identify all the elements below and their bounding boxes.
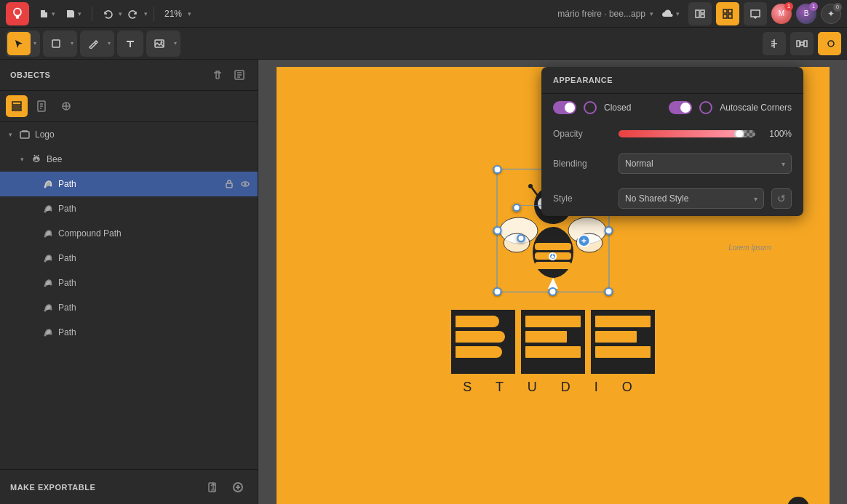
svg-rect-41 (211, 489, 216, 492)
svg-rect-60 (535, 252, 571, 260)
align-tool-btn[interactable] (763, 32, 786, 55)
pen-tool-arrow[interactable]: ▾ (106, 32, 113, 55)
tree-label-path5: Path (58, 303, 252, 313)
redo-btn[interactable] (124, 4, 143, 23)
svg-rect-59 (535, 243, 571, 250)
image-tool-btn[interactable] (148, 32, 171, 55)
presentation-btn[interactable] (744, 2, 767, 25)
avatar-star[interactable]: ✦ 0 (821, 4, 841, 24)
select-tool-btn[interactable] (7, 32, 31, 55)
svg-rect-12 (804, 41, 807, 47)
cloud-btn[interactable]: ▾ (658, 4, 684, 23)
svg-rect-15 (12, 102, 21, 105)
panel-header-actions (210, 67, 247, 83)
shape-tool-btn[interactable] (44, 32, 68, 55)
svg-point-39 (50, 333, 52, 335)
svg-rect-2 (701, 15, 704, 17)
user-chevron: ▾ (650, 10, 653, 17)
blending-chevron: ▾ (782, 160, 785, 168)
canvas-area[interactable]: Lorem Ipsum (258, 60, 847, 504)
svg-point-50 (576, 233, 603, 252)
svg-point-35 (50, 284, 52, 286)
delete-layer-btn[interactable] (210, 67, 226, 83)
svg-point-27 (244, 183, 247, 185)
tree-item-path4[interactable]: ▸ Path (0, 271, 258, 295)
svg-point-31 (50, 234, 52, 236)
svg-point-36 (44, 310, 47, 312)
opacity-slider[interactable] (619, 130, 755, 137)
closed-label: Closed (604, 103, 650, 113)
tree-item-path2[interactable]: ▸ Path (0, 196, 258, 221)
zoom-group: 21% ▾ (160, 9, 191, 19)
svg-point-28 (44, 211, 47, 213)
select-tool-arrow[interactable]: ▾ (31, 32, 39, 55)
opacity-label: Opacity (553, 129, 611, 139)
text-tool-group (117, 31, 143, 57)
closed-toggle[interactable] (553, 101, 576, 114)
avatar-user1[interactable]: M 1 (771, 4, 792, 24)
objects-list: ▾ Logo ▾ Bee ▸ Path (0, 122, 258, 469)
add-export-btn[interactable] (228, 478, 247, 497)
tree-item-path3[interactable]: ▸ Path (0, 246, 258, 271)
lorem-ipsum: Lorem Ipsum (728, 244, 771, 252)
svg-rect-4 (728, 9, 732, 13)
image-tool-arrow[interactable]: ▾ (172, 32, 179, 55)
save-btn[interactable]: ▾ (61, 4, 86, 23)
tree-label-path1: Path (58, 179, 218, 189)
autoscale-label: Autoscale Corners (720, 103, 792, 113)
tree-icon-logo (19, 129, 31, 140)
svg-rect-20 (20, 132, 29, 138)
select-tool-group: ▾ (6, 31, 40, 57)
tree-item-logo[interactable]: ▾ Logo (0, 122, 258, 147)
svg-point-34 (44, 285, 47, 287)
tree-label-path2: Path (58, 204, 252, 214)
undo-btn[interactable] (98, 4, 117, 23)
add-layer-group-btn[interactable] (231, 67, 247, 83)
grid-toggle-btn[interactable] (716, 2, 739, 25)
text-tool-btn[interactable] (119, 32, 142, 55)
objects-panel-title: OBJECTS (10, 71, 210, 79)
tree-label-path3: Path (58, 253, 252, 263)
toolbar-right: mário freire · bee...app ▾ ▾ M 1 B 1 ✦ 0 (557, 2, 841, 25)
tree-item-compound[interactable]: ▸ Compound Path (0, 221, 258, 246)
symbols-tab[interactable] (55, 95, 77, 117)
tree-item-path1[interactable]: ▸ Path (0, 172, 258, 196)
tree-label-bee: Bee (47, 154, 252, 164)
appearance-panel: APPEARANCE Closed Autoscale Corners Opac… (541, 67, 803, 216)
image-tool-group: ▾ (146, 31, 180, 57)
autoscale-toggle[interactable] (669, 101, 692, 114)
tree-label-compound: Compound Path (58, 228, 252, 239)
blending-label: Blending (553, 159, 611, 169)
shape-tool-arrow[interactable]: ▾ (68, 32, 76, 55)
export-format-btn[interactable] (204, 478, 223, 497)
style-refresh-btn[interactable]: ↺ (771, 188, 792, 209)
lock-btn-path1[interactable] (223, 177, 236, 191)
svg-rect-0 (696, 10, 699, 17)
second-toolbar-right (763, 32, 841, 55)
separator-2 (154, 7, 154, 21)
opacity-row: Opacity 100% (541, 121, 803, 146)
boolean-tool-btn[interactable] (818, 32, 841, 55)
pen-tool-btn[interactable] (81, 32, 105, 55)
tree-item-path5[interactable]: ▸ Path (0, 295, 258, 320)
closed-row: Closed Autoscale Corners (541, 94, 803, 121)
layers-tab[interactable] (6, 95, 28, 117)
opacity-value: 100% (763, 129, 792, 139)
svg-rect-13 (800, 42, 803, 45)
file-menu-btn[interactable]: ▾ (35, 4, 60, 23)
distribute-tool-btn[interactable] (790, 32, 814, 55)
blending-dropdown[interactable]: Normal ▾ (619, 153, 792, 174)
inspector-toggle-btn[interactable] (688, 2, 712, 25)
avatar-user2[interactable]: B 1 (796, 4, 816, 24)
svg-rect-17 (12, 109, 21, 111)
appearance-header: APPEARANCE (541, 67, 803, 94)
logotipo-watermark: B LOGOTIPO (782, 497, 815, 504)
tree-item-bee[interactable]: ▾ Bee (0, 147, 258, 172)
pages-tab[interactable] (31, 95, 52, 117)
layer-tabs (0, 91, 258, 122)
tree-item-path6[interactable]: ▸ Path (0, 320, 258, 345)
separator-1 (92, 7, 92, 21)
style-dropdown[interactable]: No Shared Style ▾ (619, 188, 764, 209)
app-logo (6, 2, 29, 25)
eye-btn-path1[interactable] (239, 177, 252, 191)
